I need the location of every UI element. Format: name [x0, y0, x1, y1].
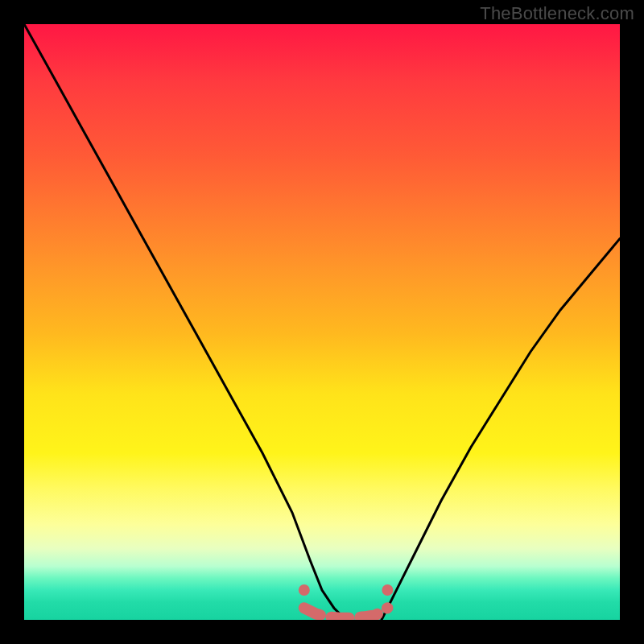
right-curve	[382, 238, 620, 620]
left-curve	[24, 24, 346, 620]
chart-svg	[24, 24, 620, 620]
bottom-highlight	[304, 608, 388, 618]
highlight-endpoint-left	[299, 584, 310, 596]
highlight-endpoint-right	[382, 584, 393, 596]
chart-frame: TheBottleneck.com	[0, 0, 644, 644]
site-attribution: TheBottleneck.com	[480, 3, 634, 24]
